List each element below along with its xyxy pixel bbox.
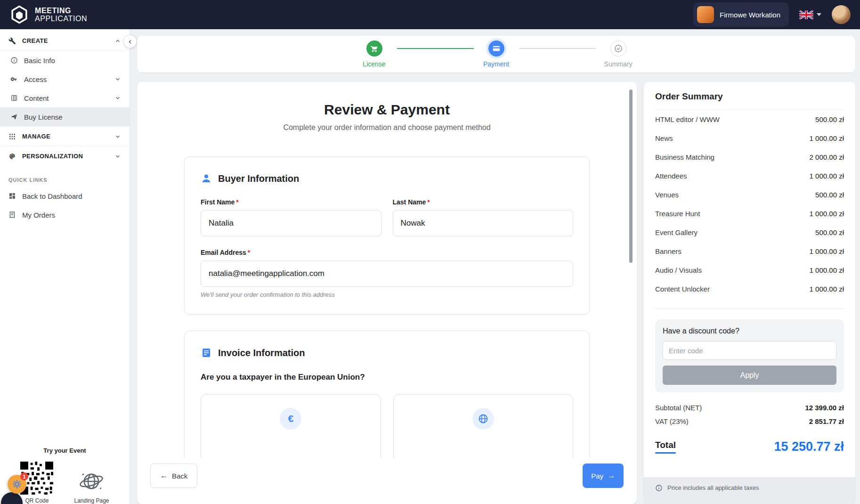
first-name-input[interactable] xyxy=(201,210,381,236)
book-icon xyxy=(10,94,18,102)
sidebar-item-access[interactable]: Access xyxy=(0,70,130,89)
discount-code-input[interactable] xyxy=(663,341,836,360)
step-label: Payment xyxy=(483,60,509,68)
order-item-price: 1 000.00 zł xyxy=(810,172,844,180)
discount-code-box: Have a discount code? Apply xyxy=(655,319,844,392)
review-payment-scroll-area: Review & Payment Complete your order inf… xyxy=(137,82,637,458)
step-label: Summary xyxy=(604,60,633,68)
invoice-information-card: Invoice Information Are you a taxpayer i… xyxy=(184,331,590,458)
eu-taxpayer-option[interactable]: € xyxy=(201,394,381,458)
required-asterisk: * xyxy=(236,198,238,206)
uk-flag-icon xyxy=(799,10,813,19)
cart-icon xyxy=(366,41,382,57)
sidebar-item-my-orders[interactable]: My Orders xyxy=(0,205,130,224)
hexagon-logo-icon xyxy=(9,5,29,24)
vat-label: VAT (23%) xyxy=(655,417,689,425)
chevron-up-icon xyxy=(114,38,121,44)
chevron-down-icon xyxy=(114,153,121,160)
back-button[interactable]: ← Back xyxy=(150,463,197,488)
order-item-name: Banners xyxy=(655,247,682,255)
order-item-price: 1 000.00 zł xyxy=(810,285,844,293)
order-item-name: News xyxy=(655,134,673,142)
order-item-price: 1 000.00 zł xyxy=(810,266,844,274)
page-title: Review & Payment xyxy=(184,102,590,118)
sidebar-collapse-button[interactable]: ‹ xyxy=(123,35,137,48)
gear-icon xyxy=(12,480,22,489)
scrollbar-thumb[interactable] xyxy=(629,89,633,263)
sidebar-section-create[interactable]: CREATE xyxy=(0,31,130,51)
person-icon xyxy=(201,173,212,184)
main-content: License Payment Summary xyxy=(130,29,860,504)
page-subtitle: Complete your order information and choo… xyxy=(184,123,590,132)
app-logo: MEETING APPLICATION xyxy=(9,5,87,24)
sidebar-section-manage[interactable]: MANAGE xyxy=(0,126,130,146)
wrench-icon xyxy=(8,37,16,45)
pay-button[interactable]: Pay → xyxy=(583,463,624,488)
sidebar-item-buy-license[interactable]: Buy License xyxy=(0,107,130,126)
topbar-right: Firmowe Workation xyxy=(693,2,851,27)
back-arrow-icon: ← xyxy=(160,472,168,480)
last-name-input[interactable] xyxy=(393,210,574,236)
step-summary[interactable]: Summary xyxy=(596,41,641,68)
sidebar: CREATE Basic Info Access xyxy=(0,29,130,504)
workspace-avatar xyxy=(697,6,714,23)
email-helper-text: We'll send your order confirmation to th… xyxy=(201,291,573,298)
email-label: Email Address* xyxy=(201,249,573,256)
order-item-name: Event Gallery xyxy=(655,228,698,236)
order-item-price: 2 000.00 zł xyxy=(810,153,844,161)
sidebar-item-basic-info[interactable]: Basic Info xyxy=(0,51,130,70)
email-input[interactable] xyxy=(201,260,573,287)
sidebar-item-label: My Orders xyxy=(22,211,55,219)
settings-fab[interactable]: 1 xyxy=(8,475,26,494)
invoice-information-title: Invoice Information xyxy=(218,348,305,358)
chevron-down-icon xyxy=(817,13,821,16)
order-item-row: Content Unlocker 1 000.00 zł xyxy=(655,279,844,298)
order-item-price: 500.00 zł xyxy=(815,228,844,236)
language-selector[interactable] xyxy=(799,10,821,19)
chevron-down-icon xyxy=(114,76,121,82)
sidebar-section-personalization[interactable]: PERSONALIZATION xyxy=(0,146,130,166)
sidebar-item-label: Access xyxy=(24,75,47,83)
workspace-name: Firmowe Workation xyxy=(720,11,780,19)
order-item-price: 1 000.00 zł xyxy=(810,134,844,142)
workspace-switcher[interactable]: Firmowe Workation xyxy=(693,2,789,27)
order-item-row: Business Matching 2 000.00 zł xyxy=(655,147,844,166)
taxes-note-text: Price includes all applicable taxes xyxy=(667,484,759,491)
landing-page-caption: Landing Page xyxy=(74,497,109,504)
globe-icon xyxy=(472,408,494,430)
order-item-name: Business Matching xyxy=(655,153,714,161)
order-summary-title: Order Summary xyxy=(655,91,844,102)
landing-page-tile[interactable]: Landing Page xyxy=(74,468,109,504)
first-name-label: First Name* xyxy=(201,198,381,206)
logo-line-1: MEETING xyxy=(35,7,87,15)
step-payment[interactable]: Payment xyxy=(474,41,519,68)
receipt-icon xyxy=(8,211,16,219)
user-avatar[interactable] xyxy=(832,5,851,24)
sidebar-section-label: CREATE xyxy=(22,37,48,44)
vat-row: VAT (23%) 2 851.77 zł xyxy=(655,417,844,425)
step-license[interactable]: License xyxy=(352,41,397,68)
credit-card-icon xyxy=(488,41,504,57)
taxes-note: Price includes all applicable taxes xyxy=(644,477,855,504)
non-eu-taxpayer-option[interactable] xyxy=(393,394,574,458)
info-icon xyxy=(655,484,663,492)
total-row: Total 15 250.77 zł xyxy=(655,439,844,454)
subtotal-value: 12 399.00 zł xyxy=(805,404,844,412)
chevron-left-icon: ‹ xyxy=(129,37,131,45)
sidebar-item-content[interactable]: Content xyxy=(0,89,130,107)
grid-icon xyxy=(8,133,16,140)
qr-code-caption: QR Code xyxy=(25,497,49,504)
body-row: CREATE Basic Info Access xyxy=(0,29,860,504)
order-item-row: Event Gallery 500.00 zł xyxy=(655,223,844,242)
apply-discount-button[interactable]: Apply xyxy=(663,366,836,385)
order-item-price: 1 000.00 zł xyxy=(810,247,844,255)
vat-value: 2 851.77 zł xyxy=(809,417,844,425)
order-item-name: Treasure Hunt xyxy=(655,210,700,218)
panel-footer: ← Back Pay → xyxy=(137,458,637,504)
sidebar-item-back-to-dashboard[interactable]: Back to Dashboard xyxy=(0,187,130,205)
page: MEETING APPLICATION Firmowe Workation xyxy=(0,0,860,504)
order-item-row: News 1 000.00 zł xyxy=(655,129,844,147)
sidebar-section-label: MANAGE xyxy=(22,133,50,140)
notification-badge: 1 xyxy=(20,472,28,480)
discount-question: Have a discount code? xyxy=(663,327,836,335)
